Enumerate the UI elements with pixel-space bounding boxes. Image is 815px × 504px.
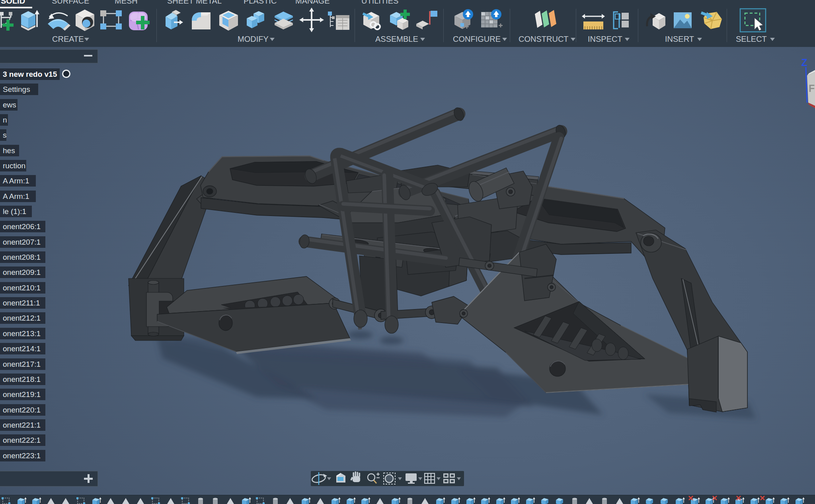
svg-text:FR: FR: [809, 83, 815, 94]
svg-text:Z: Z: [801, 57, 807, 68]
